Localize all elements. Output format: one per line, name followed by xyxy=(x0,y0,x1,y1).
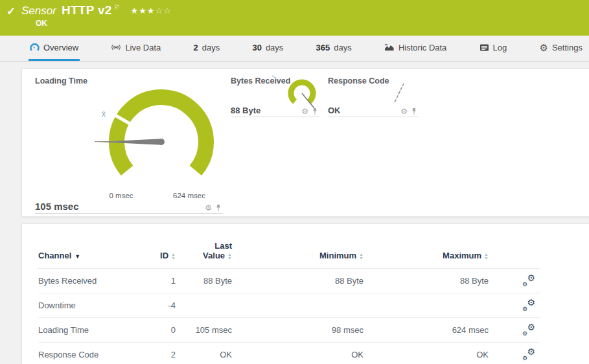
tab-number: 30 xyxy=(252,43,261,52)
tab-bar: Overview Live Data 2 days 30 days 365 da… xyxy=(0,36,589,62)
tab-label: Live Data xyxy=(125,43,161,52)
column-header-last-value[interactable]: LastValue▲▼ xyxy=(176,241,232,269)
channel-id: 1 xyxy=(139,269,176,293)
bytes-received-value: 88 Byte xyxy=(231,106,260,115)
stars-empty[interactable]: ☆☆ xyxy=(156,6,172,16)
tab-label: Overview xyxy=(43,43,78,52)
tab-label: days xyxy=(266,43,283,52)
tab-overview[interactable]: Overview xyxy=(29,36,80,61)
column-label: ID xyxy=(160,251,168,260)
sensor-status-badge: OK xyxy=(36,19,47,28)
channel-id: -4 xyxy=(139,293,176,318)
sort-desc-icon[interactable]: ▼ xyxy=(75,253,80,260)
gauge-panel-response-code: Response Code OK ⚙ xyxy=(328,69,419,120)
table-row: Downtime -4 ⚙⚙ xyxy=(38,293,540,318)
live-data-icon xyxy=(111,43,121,52)
channel-id: 0 xyxy=(139,318,176,343)
sort-icon[interactable]: ▲▼ xyxy=(227,253,232,260)
channel-name[interactable]: Loading Time xyxy=(38,318,139,343)
average-marker: x̄ xyxy=(102,109,106,119)
sort-icon[interactable]: ▲▼ xyxy=(484,253,489,260)
pin-icon[interactable] xyxy=(312,108,318,115)
stars-filled[interactable]: ★★★ xyxy=(131,6,156,16)
tab-number: 2 xyxy=(194,43,198,52)
gauge-panel-loading-time: Loading Time x̄ 0 msec 624 msec 105 msec… xyxy=(28,69,224,218)
tab-log[interactable]: Log xyxy=(478,36,509,61)
sort-icon[interactable]: ▲▼ xyxy=(171,253,176,260)
column-label: Maximum xyxy=(443,251,481,260)
channel-gear-icon[interactable]: ⚙ xyxy=(205,204,212,212)
tab-label: Historic Data xyxy=(398,43,446,52)
channel-settings-icon[interactable]: ⚙⚙ xyxy=(522,299,535,310)
channel-last-value: 88 Byte xyxy=(176,269,232,293)
column-header-minimum[interactable]: Minimum▲▼ xyxy=(232,241,364,269)
channel-gear-icon[interactable]: ⚙ xyxy=(301,108,308,115)
column-header-id[interactable]: ID▲▼ xyxy=(139,241,176,269)
sensor-header: ✓ Sensor HTTP v2 ⚐ ★★★☆☆ OK xyxy=(0,0,589,36)
tab-2-days[interactable]: 2 days xyxy=(192,36,222,61)
tab-historic-data[interactable]: Historic Data xyxy=(383,36,448,61)
settings-gear-icon: ⚙ xyxy=(539,43,548,52)
channels-card: Channel▼ ID▲▼ LastValue▲▼ Minimum▲▼ Maxi… xyxy=(21,223,589,364)
gauge-panel-bytes-received: Bytes Received 88 Byte ⚙ xyxy=(231,69,319,120)
channel-settings-icon[interactable]: ⚙⚙ xyxy=(522,348,535,359)
sensor-ok-check-icon: ✓ xyxy=(6,5,16,18)
pin-icon[interactable] xyxy=(411,108,417,115)
log-icon xyxy=(479,43,489,52)
sort-icon[interactable]: ▲▼ xyxy=(359,253,364,260)
loading-time-value: 105 msec xyxy=(35,201,79,212)
column-header-settings xyxy=(489,241,540,269)
channel-minimum xyxy=(232,293,364,318)
tab-30-days[interactable]: 30 days xyxy=(251,36,284,61)
channel-last-value: OK xyxy=(176,343,232,364)
tab-365-days[interactable]: 365 days xyxy=(315,36,353,61)
table-row: Response Code 2 OK OK OK ⚙⚙ xyxy=(38,343,540,364)
priority-stars[interactable]: ★★★☆☆ xyxy=(131,6,172,16)
channel-name[interactable]: Response Code xyxy=(38,343,139,364)
channel-id: 2 xyxy=(139,343,176,364)
column-header-maximum[interactable]: Maximum▲▼ xyxy=(364,241,489,269)
response-code-value: OK xyxy=(328,106,341,115)
sensor-type-label: Sensor xyxy=(21,5,56,17)
pin-icon[interactable] xyxy=(215,204,222,212)
channel-gear-icon[interactable]: ⚙ xyxy=(400,108,408,115)
tab-label: Settings xyxy=(552,43,583,52)
channel-name[interactable]: Downtime xyxy=(38,293,139,318)
tab-number: 365 xyxy=(316,43,330,52)
channels-table: Channel▼ ID▲▼ LastValue▲▼ Minimum▲▼ Maxi… xyxy=(38,241,540,364)
channel-minimum: OK xyxy=(232,343,364,364)
tab-settings[interactable]: ⚙ Settings xyxy=(538,36,583,61)
tab-live-data[interactable]: Live Data xyxy=(110,36,162,61)
channel-settings-icon[interactable]: ⚙⚙ xyxy=(522,324,535,334)
tab-label: Log xyxy=(493,43,507,52)
channel-last-value xyxy=(176,293,232,318)
sensor-name: HTTP v2 xyxy=(62,3,112,17)
channel-maximum xyxy=(364,293,489,318)
historic-chart-icon xyxy=(384,43,395,52)
channel-maximum: 624 msec xyxy=(364,318,489,343)
gauge-icon xyxy=(30,43,40,52)
gauge-max-label: 624 msec xyxy=(173,192,205,199)
channel-name[interactable]: Bytes Received xyxy=(38,269,139,293)
channel-maximum: 88 Byte xyxy=(364,269,489,293)
channel-maximum: OK xyxy=(364,343,489,364)
column-label: Minimum xyxy=(319,251,356,260)
priority-flag-icon[interactable]: ⚐ xyxy=(114,3,121,12)
channel-minimum: 98 msec xyxy=(232,318,364,343)
channel-minimum: 88 Byte xyxy=(232,269,364,293)
table-row: Bytes Received 1 88 Byte 88 Byte 88 Byte… xyxy=(38,269,540,293)
tab-label: days xyxy=(202,43,220,52)
column-label: Channel xyxy=(38,251,71,260)
tab-label: days xyxy=(334,43,351,52)
gauge-min-label: 0 msec xyxy=(109,192,133,199)
channel-settings-icon[interactable]: ⚙⚙ xyxy=(522,275,535,285)
channel-last-value: 105 msec xyxy=(176,318,232,343)
table-row: Loading Time 0 105 msec 98 msec 624 msec… xyxy=(38,318,540,343)
gauges-card: Loading Time x̄ 0 msec 624 msec 105 msec… xyxy=(21,68,589,217)
column-header-channel[interactable]: Channel▼ xyxy=(38,241,139,269)
